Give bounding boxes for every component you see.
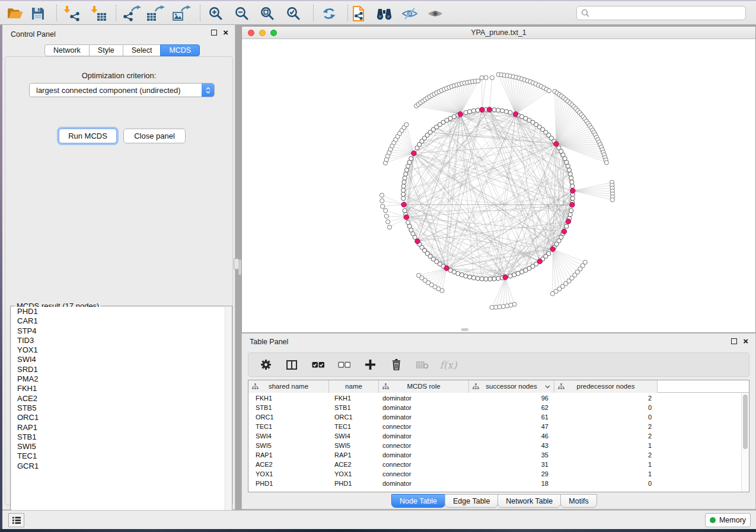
delete-column-icon[interactable] [390,358,403,372]
mcds-result-item[interactable]: STB5 [11,403,231,413]
mcds-result-list[interactable]: PHD1CAR1STP4TID3YOX1SWI4SRD1PMA2FKH1ACE2… [11,307,231,525]
add-column-icon[interactable] [363,358,377,372]
delete-table-icon[interactable] [416,358,429,372]
export-image-icon [172,5,191,22]
import-network-button[interactable] [61,4,81,23]
column-header-shared-name[interactable]: shared name [248,380,329,393]
hide-panel-button[interactable] [400,4,420,23]
mcds-result-item[interactable]: PHD1 [11,307,231,316]
tab-mcds[interactable]: MCDS [160,44,200,56]
column-namespace-icon [382,383,389,390]
zoom-fit-button[interactable] [257,4,277,23]
table-scrollbar-thumb[interactable] [743,395,748,449]
select-all-checkboxes-icon[interactable] [311,358,324,372]
close-panel-icon[interactable]: × [743,338,748,344]
float-panel-icon[interactable] [731,338,737,344]
mcds-list-scrollbar[interactable] [225,306,232,525]
run-mcds-button[interactable]: Run MCDS [59,129,117,143]
tab-network[interactable]: Network [44,44,90,56]
table-row[interactable]: SWI4 SWI4 dominator 46 2 [248,431,742,441]
mcds-result-item[interactable]: TID3 [11,336,231,345]
memory-button-label: Memory [719,516,746,524]
tab-motifs[interactable]: Motifs [560,494,596,508]
tab-node-table[interactable]: Node Table [391,494,445,508]
table-row[interactable]: PHD1 PHD1 dominator 18 0 [248,479,742,488]
deselect-all-checkboxes-icon[interactable] [337,358,350,372]
mcds-result-item[interactable]: ACE2 [11,394,231,403]
toolbar-separator [347,5,348,21]
table-scrollbar[interactable] [741,393,749,492]
task-history-button[interactable] [8,513,24,527]
mcds-result-item[interactable]: SRD1 [11,365,231,374]
cell-mcds-role: connector [379,441,469,450]
table-row[interactable]: SWI5 SWI5 connector 43 1 [248,441,742,450]
column-namespace-icon [558,383,564,390]
gear-icon[interactable] [259,358,272,372]
column-header-predecessor-nodes[interactable]: predecessor nodes [554,380,658,393]
import-table-button[interactable] [88,4,109,23]
float-panel-icon[interactable] [211,30,217,36]
column-header-mcds-role[interactable]: MCDS role [379,380,469,393]
zoom-out-button[interactable] [232,4,252,23]
cell-predecessor-nodes: 2 [554,450,658,460]
mcds-result-item[interactable]: SWI5 [11,442,231,451]
function-builder-icon[interactable]: f(x) [442,358,455,372]
table-row[interactable]: ACE2 ACE2 connector 31 1 [248,460,742,469]
tab-style[interactable]: Style [89,44,123,56]
criterion-select[interactable]: largest connected component (undirected) [29,83,215,97]
mcds-result-item[interactable]: STB1 [11,432,231,442]
mcds-result-item[interactable]: STP4 [11,326,231,336]
zoom-in-button[interactable] [206,4,226,23]
network-vscroll-thumb[interactable] [238,259,241,275]
close-panel-button[interactable]: Close panel [123,129,186,143]
cell-shared-name: SWI4 [248,431,329,441]
network-canvas[interactable] [242,40,755,332]
network-hscroll-thumb[interactable] [461,328,468,331]
table-row[interactable]: ORC1 ORC1 dominator 61 0 [248,412,742,422]
show-panel-button[interactable] [425,4,445,23]
close-panel-icon[interactable]: × [223,30,228,36]
search-network-button[interactable] [374,4,394,23]
cell-mcds-role: dominator [379,479,469,488]
search-field[interactable] [576,6,746,20]
zoom-fit-icon [260,6,275,21]
table-row[interactable]: YOX1 YOX1 connector 29 1 [248,469,742,479]
cell-mcds-role: connector [379,469,469,479]
mcds-result-item[interactable]: YOX1 [11,345,231,355]
open-session-button[interactable] [5,4,25,23]
mcds-result-item[interactable]: PMA2 [11,374,231,384]
column-header-name[interactable]: name [329,380,379,393]
table-row[interactable]: STB1 STB1 dominator 62 0 [248,403,742,412]
columns-view-icon[interactable] [285,358,298,372]
tab-network-table[interactable]: Network Table [497,494,561,508]
mcds-result-item[interactable]: ORC1 [11,413,231,422]
export-table-button[interactable] [145,4,165,23]
mcds-result-item[interactable]: CAR1 [11,316,231,326]
export-image-button[interactable] [171,4,192,23]
table-row[interactable]: TEC1 TEC1 connector 47 2 [248,422,742,431]
cell-predecessor-nodes: 1 [554,441,658,450]
share-document-button[interactable] [349,4,369,23]
mcds-panel-body: Optimization criterion: largest connecte… [5,56,233,505]
mcds-result-item[interactable]: RAP1 [11,423,231,432]
refresh-button[interactable] [319,4,339,23]
table-row[interactable]: RAP1 RAP1 dominator 35 2 [248,450,742,460]
refresh-icon [321,6,337,21]
mcds-result-item[interactable]: FKH1 [11,384,231,393]
tab-select[interactable]: Select [123,44,161,56]
mcds-result-item[interactable]: SWI4 [11,355,231,364]
memory-button[interactable]: Memory [705,513,751,527]
zoom-selected-button[interactable] [283,4,304,23]
cell-name: STB1 [329,403,379,412]
column-header-successor-nodes[interactable]: successor nodes [469,380,554,393]
cell-shared-name: RAP1 [248,450,329,460]
search-input[interactable] [589,8,745,18]
cell-successor-nodes: 43 [469,441,554,450]
tab-edge-table[interactable]: Edge Table [445,494,498,508]
mcds-result-item[interactable]: GCR1 [11,462,231,471]
table-row[interactable]: FKH1 FKH1 dominator 96 2 [248,393,742,403]
export-network-button[interactable] [122,4,142,23]
network-window-titlebar[interactable]: YPA_prune.txt_1 [242,27,755,39]
mcds-result-item[interactable]: TEC1 [11,451,231,461]
save-session-button[interactable] [28,4,48,23]
